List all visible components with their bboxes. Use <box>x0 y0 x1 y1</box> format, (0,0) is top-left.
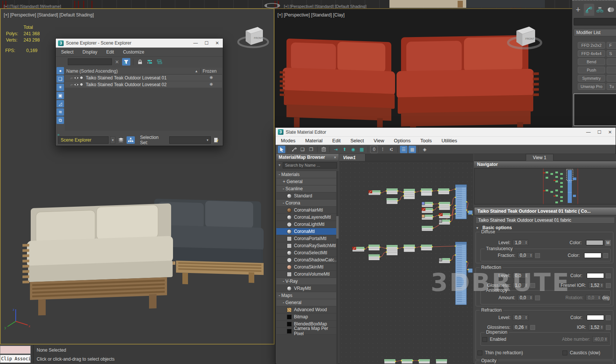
clay-viewport[interactable]: [+] [Perspective] [Standard] [Clay] <box>274 9 572 127</box>
explorer-name-combo[interactable]: Scene Explorer <box>58 136 109 144</box>
table-row[interactable]: ⌐Taiko Stained Teak Outdoor Loveseat 02❋ <box>65 81 222 88</box>
layers-button[interactable] <box>117 136 125 144</box>
spinner-arrows-icon[interactable]: ▲▼ <box>524 283 528 287</box>
browser-section[interactable]: - Scanline <box>276 185 336 192</box>
modifier-button-col2[interactable] <box>607 58 616 65</box>
layout-vertical-button[interactable]: ⁞ <box>379 146 386 153</box>
value-spinner[interactable]: 1,0▲▼ <box>513 240 528 246</box>
menu-utilities[interactable]: Utilities <box>441 138 457 143</box>
object-type-icon[interactable] <box>80 76 86 79</box>
modifier-button-col2[interactable] <box>607 67 616 73</box>
render-map-button[interactable]: ◈ <box>421 146 428 153</box>
view1-dock-tab[interactable]: View 1 <box>526 154 553 161</box>
value-spinner[interactable]: 1,52▲▼ <box>588 282 604 288</box>
name-column-header[interactable]: Name (Sorted Ascending) <box>65 69 195 74</box>
table-header[interactable]: Name (Sorted Ascending) ▲ Frozen <box>65 68 222 75</box>
color-swatch[interactable] <box>586 240 603 245</box>
browser-section[interactable]: - Materials <box>276 171 336 178</box>
browser-item[interactable]: CoronaShadowCatc... <box>276 257 336 264</box>
modifier-button-symmetry[interactable]: Symmetry <box>578 75 605 82</box>
minimize-button[interactable]: — <box>586 130 591 135</box>
checkbox[interactable] <box>562 351 567 355</box>
map-slot-button[interactable] <box>606 273 611 278</box>
spacewarps-filter-button[interactable]: ≋ <box>57 108 64 116</box>
value-spinner[interactable]: 0,0▲▼ <box>518 252 533 258</box>
menu-customize[interactable]: Customize <box>123 49 144 55</box>
material-parameter-header[interactable]: Taiko Stained Teak Outdoor Loveseat 01 f… <box>474 207 616 215</box>
browser-item[interactable]: CoronaLayeredMtl <box>276 214 336 221</box>
value-spinner[interactable]: 0,0▲▼ <box>518 295 533 301</box>
filter-button[interactable] <box>122 58 130 66</box>
material-name-field[interactable]: Taiko Stained Teak Outdoor Loveseat 01 f… <box>476 217 615 224</box>
browser-item[interactable]: VRayMtl <box>276 285 336 292</box>
value-spinner[interactable]: 1,0▲▼ <box>513 282 528 288</box>
helpers-filter-button[interactable]: ◿ <box>57 100 64 107</box>
search-input[interactable] <box>68 58 112 65</box>
visibility-eye-icon[interactable] <box>73 76 80 80</box>
modifier-button-ffd-2x2x2[interactable]: FFD 2x2x2 <box>578 42 605 49</box>
show-shaded-material-button[interactable]: ◉ <box>349 146 357 153</box>
move-children-button[interactable]: ⇥ <box>332 146 340 153</box>
pick-material-button[interactable] <box>290 146 298 153</box>
layout-horizontal-button[interactable]: ⑆ <box>388 146 395 153</box>
map-slot-button[interactable] <box>535 295 540 300</box>
expand-all-button[interactable] <box>146 58 154 66</box>
minimize-button[interactable]: — <box>193 40 198 46</box>
browser-header[interactable]: Material/Map Browser × <box>276 154 339 161</box>
menu-material[interactable]: Material <box>305 138 322 143</box>
slate-material-editor-window[interactable]: 3 Slate Material Editor — ☐ ✕ ModesMater… <box>275 127 616 364</box>
frozen-icon[interactable]: ❋ <box>200 82 222 87</box>
menu-options[interactable]: Options <box>394 138 411 143</box>
modifier-button-col2[interactable]: Tu <box>607 83 616 90</box>
scene-explorer-window[interactable]: 3 Scene Explorer - Scene Explorer — ☐ ✕ … <box>55 38 223 146</box>
modifier-button-col2[interactable]: S <box>607 50 616 57</box>
menu-tools[interactable]: Tools <box>421 138 432 143</box>
edit-named-selections-button[interactable] <box>212 136 221 144</box>
value-spinner[interactable]: 0,0▲▼ <box>513 273 528 279</box>
browser-item[interactable]: CoronaMtl <box>276 228 336 235</box>
selection-set-dropdown[interactable]: ▼ <box>169 136 211 144</box>
put-to-library-button[interactable]: ❐ <box>307 146 315 153</box>
checkbox-row[interactable]: Enabled <box>482 337 506 342</box>
modifier-button-col2[interactable]: F <box>607 42 616 49</box>
spinner-arrows-icon[interactable]: ▲▼ <box>600 325 604 329</box>
map-slot-button[interactable] <box>530 283 535 288</box>
navigator-header[interactable]: Navigator <box>474 161 616 168</box>
hierarchy-view-button[interactable] <box>127 136 135 144</box>
map-slot-button[interactable] <box>530 325 535 330</box>
map-indicator-button[interactable]: M <box>605 240 611 246</box>
material-parameter-editor-button[interactable]: ☰ <box>400 146 407 153</box>
chevron-down-icon[interactable]: ▼ <box>278 163 281 167</box>
menu-edit[interactable]: Edit <box>106 49 114 55</box>
menu-display[interactable]: Display <box>82 49 97 55</box>
browser-item[interactable]: CoronaRaySwitchMtl <box>276 242 336 249</box>
modifier-button-col2[interactable] <box>607 75 616 82</box>
spinner-arrows-icon[interactable]: ▲▼ <box>524 325 528 329</box>
maximize-button[interactable]: ☐ <box>597 130 601 135</box>
browser-item[interactable]: CoronaHairMtl <box>276 207 336 214</box>
hierarchy-tab[interactable] <box>595 4 605 16</box>
color-clipboard-swatch[interactable] <box>0 346 31 354</box>
scene-explorer-titlebar[interactable]: 3 Scene Explorer - Scene Explorer — ☐ ✕ <box>56 39 223 48</box>
lights-filter-button[interactable]: ☀ <box>57 84 64 91</box>
assign-material-button[interactable]: ❏ <box>299 146 306 153</box>
browser-item[interactable]: CoronaLightMtl <box>276 221 336 228</box>
value-spinner[interactable]: 0,0▲▼ <box>513 315 528 321</box>
browser-section[interactable]: - Corona <box>276 200 336 207</box>
shapes-filter-button[interactable]: ❏ <box>57 75 64 83</box>
menu-select[interactable]: Select <box>351 138 364 143</box>
maximize-button[interactable]: ☐ <box>204 40 209 46</box>
map-slot-button[interactable] <box>606 325 611 330</box>
spinner-arrows-icon[interactable]: ▲▼ <box>604 337 608 341</box>
search-by-name-input[interactable]: Search by Name ... <box>283 162 337 169</box>
view1-tab[interactable]: View1 <box>339 154 365 161</box>
map-slot-button[interactable] <box>603 253 608 258</box>
viewcube[interactable]: FRONT <box>506 19 543 54</box>
color-swatch[interactable] <box>584 253 601 258</box>
value-spinner[interactable]: 0,26▲▼ <box>513 324 528 330</box>
cameras-filter-button[interactable]: ▣ <box>57 92 64 99</box>
spinner-arrows-icon[interactable]: ▲▼ <box>524 241 528 245</box>
browser-section[interactable]: + General <box>276 178 336 185</box>
slate-titlebar[interactable]: 3 Slate Material Editor — ☐ ✕ <box>276 128 616 137</box>
navigator-toggle-button[interactable]: ▦ <box>409 146 416 153</box>
